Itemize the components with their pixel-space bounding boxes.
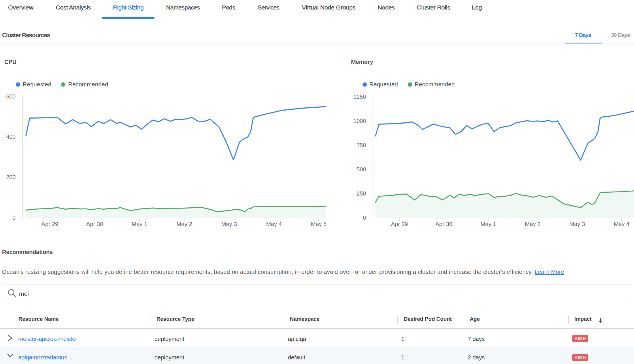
svg-text:May 4: May 4 [614,221,629,227]
svg-text:1000: 1000 [354,118,366,124]
svg-text:May 1: May 1 [132,221,147,227]
svg-text:750: 750 [356,142,366,148]
svg-text:May 1: May 1 [480,221,496,227]
svg-text:Apr 29: Apr 29 [41,221,59,227]
svg-text:200: 200 [6,174,16,180]
svg-text:Apr 30: Apr 30 [435,221,452,227]
svg-text:May 2: May 2 [176,221,192,227]
svg-text:0: 0 [12,215,16,221]
svg-text:500: 500 [356,166,366,172]
svg-text:250: 250 [356,190,366,197]
svg-text:May 3: May 3 [569,221,585,227]
svg-text:400: 400 [6,134,16,140]
svg-text:0: 0 [363,215,366,221]
svg-text:Apr 29: Apr 29 [391,221,408,227]
svg-text:Apr 30: Apr 30 [86,221,103,227]
svg-text:600: 600 [6,93,16,100]
svg-text:May 5: May 5 [311,221,327,227]
svg-text:1250: 1250 [354,94,366,100]
svg-text:May 2: May 2 [525,221,540,227]
svg-text:May 4: May 4 [266,221,282,227]
svg-text:May 3: May 3 [221,221,237,227]
